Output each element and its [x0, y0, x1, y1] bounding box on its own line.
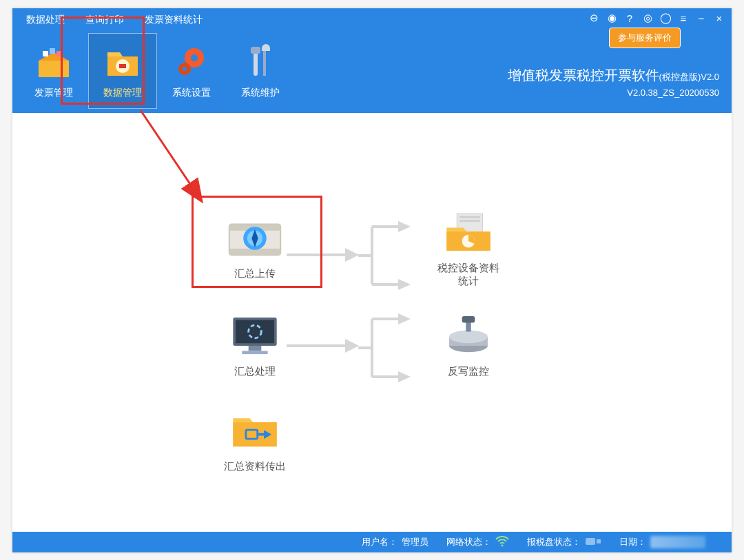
status-label: 报税盘状态：: [527, 536, 581, 548]
folder-chart-icon: [440, 211, 497, 255]
module-summary-export[interactable]: 汇总资料传出: [200, 409, 310, 473]
app-title: 增值税发票税控开票软件(税控盘版)V2.0 V2.0.38_ZS_2020053…: [508, 66, 719, 98]
menu-data-process[interactable]: 数据处理: [23, 12, 68, 28]
status-label: 网络状态：: [446, 536, 491, 548]
svg-marker-20: [398, 313, 411, 324]
svg-rect-13: [263, 50, 266, 76]
module-label-line: 统计: [458, 275, 479, 287]
module-label: 反写监控: [413, 365, 524, 378]
svg-rect-3: [50, 48, 55, 54]
disk-status-icon: [585, 537, 601, 548]
module-label: 汇总资料传出: [200, 460, 310, 473]
minimize-icon[interactable]: −: [694, 11, 708, 25]
module-label-line: 税控设备资料: [437, 262, 499, 273]
status-label: 用户名：: [362, 536, 397, 548]
service-eval-tag[interactable]: 参与服务评价: [609, 28, 681, 48]
gears-icon: [172, 43, 211, 81]
monitor-icon: [227, 314, 283, 358]
tools-icon: [241, 43, 280, 81]
wifi-icon: [495, 536, 509, 549]
svg-point-10: [183, 67, 187, 71]
user-icon[interactable]: ◯: [659, 11, 672, 25]
svg-rect-33: [236, 320, 274, 344]
app-window: 数据处理 查询打印 发票资料统计 ⊖ ◉ ? ◎ ◯ ≡ − × 参与服务评价 …: [12, 8, 732, 552]
lock-icon[interactable]: ◎: [641, 11, 654, 25]
toolbar-system-settings[interactable]: 系统设置: [157, 33, 226, 109]
svg-rect-45: [586, 538, 595, 545]
status-value: 管理员: [402, 536, 428, 548]
svg-rect-0: [39, 61, 69, 77]
module-tax-device-stats[interactable]: 税控设备资料 统计: [413, 211, 524, 288]
folder-export-icon: [227, 409, 283, 453]
svg-rect-46: [597, 539, 601, 543]
menu-icon[interactable]: ≡: [676, 11, 690, 25]
status-network: 网络状态：: [446, 536, 509, 549]
module-rewrite-monitor[interactable]: 反写监控: [413, 314, 524, 378]
status-date: 日期：: [619, 536, 705, 548]
svg-marker-19: [345, 339, 359, 353]
svg-marker-17: [398, 279, 411, 290]
content-area: 汇总上传 税控设备资料 统计: [12, 113, 732, 532]
film-compass-icon: [227, 216, 283, 260]
toolbar-label: 发票管理: [34, 87, 73, 99]
help-circle-icon[interactable]: ◉: [605, 11, 619, 25]
module-summary-upload[interactable]: 汇总上传: [200, 216, 310, 280]
svg-rect-34: [249, 346, 262, 351]
app-title-main: 增值税发票税控开票软件: [508, 68, 659, 83]
svg-rect-41: [462, 316, 475, 322]
svg-marker-15: [345, 248, 359, 262]
svg-rect-2: [43, 51, 48, 56]
status-label: 日期：: [619, 536, 646, 548]
disk-brush-icon: [440, 314, 497, 358]
svg-marker-21: [398, 371, 411, 382]
status-report-disk: 报税盘状态：: [527, 536, 601, 548]
svg-rect-35: [242, 351, 267, 354]
status-user: 用户名： 管理员: [362, 536, 428, 548]
header: 数据处理 查询打印 发票资料统计 ⊖ ◉ ? ◎ ◯ ≡ − × 参与服务评价 …: [12, 8, 732, 113]
toolbar-label: 系统维护: [241, 87, 280, 99]
toolbar-invoice-management[interactable]: 发票管理: [19, 33, 88, 109]
svg-rect-4: [56, 51, 62, 56]
status-bar: 用户名： 管理员 网络状态： 报税盘状态： 日期：: [12, 532, 732, 552]
folder-icon: [103, 43, 142, 81]
svg-point-39: [449, 331, 488, 344]
close-icon[interactable]: ×: [712, 11, 726, 25]
svg-rect-29: [459, 216, 480, 218]
svg-rect-30: [459, 220, 480, 222]
module-label: 汇总上传: [200, 267, 310, 280]
svg-marker-16: [398, 221, 411, 232]
module-label: 税控设备资料 统计: [413, 262, 524, 288]
module-summary-process[interactable]: 汇总处理: [200, 314, 310, 378]
svg-point-44: [502, 544, 504, 546]
date-value-obscured: [650, 536, 705, 548]
menu-query-print[interactable]: 查询打印: [83, 12, 127, 28]
box-icon: [34, 43, 73, 81]
question-icon[interactable]: ?: [623, 11, 637, 25]
svg-rect-6: [119, 64, 126, 68]
toolbar-label: 数据管理: [103, 87, 142, 99]
toolbar-data-management[interactable]: 数据管理: [88, 33, 157, 109]
toolbar-system-maintenance[interactable]: 系统维护: [226, 33, 295, 109]
app-title-edition: (税控盘版)V2.0: [659, 72, 719, 82]
svg-rect-12: [251, 47, 260, 54]
svg-point-8: [191, 54, 198, 61]
toolbar: 发票管理 数据管理: [19, 33, 295, 109]
module-label: 汇总处理: [200, 365, 310, 378]
titlebar-icons: ⊖ ◉ ? ◎ ◯ ≡ − ×: [587, 11, 726, 25]
menu-invoice-stats[interactable]: 发票资料统计: [142, 12, 205, 28]
app-version: V2.0.38_ZS_20200530: [508, 87, 719, 98]
sync-icon[interactable]: ⊖: [587, 11, 601, 25]
toolbar-label: 系统设置: [172, 87, 211, 99]
